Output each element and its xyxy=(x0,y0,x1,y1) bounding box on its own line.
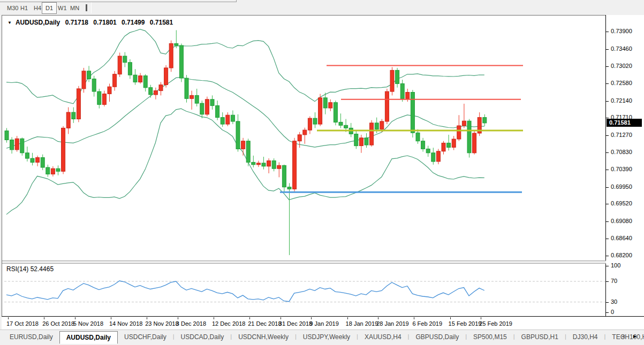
price-tick xyxy=(606,152,609,153)
tab-xauusd-h4[interactable]: XAUUSD,H4 xyxy=(358,331,408,344)
ohlc-high: 0.71801 xyxy=(93,19,116,26)
date-axis-label: 17 Oct 2018 xyxy=(6,320,39,327)
timeframe-button-h1[interactable]: H1 xyxy=(18,3,31,13)
rsi-axis-tick xyxy=(606,266,609,266)
date-tick xyxy=(481,317,481,319)
rsi-value: 52.4465 xyxy=(31,265,54,273)
price-axis-label: 0.73460 xyxy=(611,45,632,52)
tab-usdcnh-weekly[interactable]: USDCNH,Weekly xyxy=(232,331,295,344)
date-tick xyxy=(178,317,178,319)
price-axis-label: 0.70830 xyxy=(611,149,632,155)
rsi-chart-canvas[interactable] xyxy=(2,264,605,316)
price-tick xyxy=(606,83,609,84)
date-axis-label: 6 Feb 2019 xyxy=(412,320,442,327)
main-chart-canvas[interactable] xyxy=(2,16,605,260)
price-axis-label: 0.69950 xyxy=(611,183,632,190)
date-axis-label: 9 Jan 2019 xyxy=(309,320,338,327)
price-axis-label: 0.73900 xyxy=(611,28,632,34)
price-tick xyxy=(606,101,609,102)
date-axis-label: 18 Jan 2019 xyxy=(346,320,378,327)
date-tick xyxy=(75,317,75,319)
price-axis-label: 0.72580 xyxy=(611,80,632,86)
current-price-tag: 0.71581 xyxy=(607,119,642,127)
symbol-tab-bar: EURUSD,DailyAUDUSD,DailyUSDCHF,Daily|USD… xyxy=(0,329,644,345)
price-axis-label: 0.69080 xyxy=(611,218,632,224)
ohlc-open: 0.71718 xyxy=(65,19,88,26)
axis-divider-line xyxy=(2,316,644,317)
timeframe-button-d1[interactable]: D1 xyxy=(42,2,57,14)
date-axis-label: 14 Nov 2018 xyxy=(109,320,142,327)
date-axis-label: 28 Jan 2019 xyxy=(376,320,409,327)
date-tick xyxy=(147,317,147,319)
candles-group xyxy=(5,30,487,255)
price-axis-label: 0.68200 xyxy=(611,252,632,258)
date-tick xyxy=(281,317,281,319)
price-tick xyxy=(606,256,609,256)
date-tick xyxy=(111,317,111,319)
rsi-line xyxy=(6,281,484,302)
price-tick xyxy=(606,221,609,222)
chart-title-row: ▼AUDUSD,Daily 0.71718 0.71801 0.71499 0.… xyxy=(7,19,173,26)
rsi-indicator-label: RSI(14) 52.4465 xyxy=(6,265,54,273)
rsi-axis-tick xyxy=(606,281,609,282)
symbol-tabs: EURUSD,DailyAUDUSD,DailyUSDCHF,Daily|USD… xyxy=(3,331,644,344)
rsi-axis-tick xyxy=(606,302,609,303)
symbol-dropdown-icon[interactable]: ▼ xyxy=(7,20,12,25)
date-axis-label: 12 Dec 2018 xyxy=(212,320,245,327)
date-axis[interactable]: 17 Oct 201826 Oct 20185 Nov 201814 Nov 2… xyxy=(2,317,644,329)
date-axis-label: 31 Dec 2018 xyxy=(279,320,312,327)
date-tick xyxy=(414,317,414,319)
rsi-axis-label: 0 xyxy=(611,309,614,315)
timeframe-button-mn[interactable]: MN xyxy=(67,3,82,13)
date-axis-label: 3 Dec 2018 xyxy=(176,320,206,327)
date-axis-label: 26 Oct 2018 xyxy=(42,320,74,327)
price-tick xyxy=(606,239,609,239)
price-tick xyxy=(606,66,609,67)
price-tick xyxy=(606,187,609,188)
price-axis-label: 0.70390 xyxy=(611,166,632,172)
tab-dj30-h4[interactable]: DJ30,H4 xyxy=(566,331,604,344)
price-tick xyxy=(606,204,609,204)
date-tick xyxy=(8,317,9,319)
tab-scroll-left-icon[interactable]: ◄ xyxy=(620,333,626,339)
tab-scroll-right-icon[interactable]: ► xyxy=(632,333,638,339)
date-axis-label: 23 Nov 2018 xyxy=(145,320,178,327)
tab-audusd-daily[interactable]: AUDUSD,Daily xyxy=(59,331,118,344)
tab-gbpusd-daily[interactable]: GBPUSD,Daily xyxy=(409,331,465,344)
price-axis-label: 0.68640 xyxy=(611,235,632,241)
ohlc-close: 0.71581 xyxy=(150,19,173,26)
date-tick xyxy=(249,317,250,319)
date-axis-label: 25 Feb 2019 xyxy=(479,320,512,327)
tab-sp500-m15[interactable]: SP500,M15 xyxy=(467,331,513,344)
chart-symbol-title: AUDUSD,Daily xyxy=(16,19,60,26)
date-tick xyxy=(44,317,44,319)
tab-usdjpy-weekly[interactable]: USDJPY,Weekly xyxy=(297,331,357,344)
tab-gbpusd-h1[interactable]: GBPUSD,H1 xyxy=(515,331,565,344)
tab-eurusd-daily[interactable]: EURUSD,Daily xyxy=(3,331,59,344)
price-tick xyxy=(606,49,609,50)
price-axis-label: 0.72140 xyxy=(611,97,632,104)
date-tick xyxy=(378,317,378,319)
chart-rsi-splitter[interactable] xyxy=(2,260,606,264)
mt4-window: M30H1H4D1W1MN ▼AUDUSD,Daily 0.71718 0.71… xyxy=(0,0,644,345)
toolbar-grip[interactable] xyxy=(86,4,87,11)
timeframe-toolbar: M30H1H4D1W1MN xyxy=(0,0,644,15)
price-tick xyxy=(606,118,609,118)
price-tick xyxy=(606,32,609,32)
rsi-axis-tick xyxy=(606,312,609,313)
price-axis[interactable]: 0.739000.734600.730200.725800.721400.717… xyxy=(605,15,644,317)
tab-usdcad-daily[interactable]: USDCAD,Daily xyxy=(175,331,231,344)
rsi-axis-label: 100 xyxy=(611,262,620,269)
toolbar-top-edge xyxy=(0,0,237,2)
ohlc-low: 0.71499 xyxy=(122,19,145,26)
date-axis-label: 15 Feb 2019 xyxy=(449,320,482,327)
price-tick xyxy=(606,170,609,170)
date-tick xyxy=(347,317,348,319)
price-axis-label: 0.71270 xyxy=(611,132,632,138)
tab-usdchf-daily[interactable]: USDCHF,Daily xyxy=(118,331,173,344)
date-tick xyxy=(450,317,451,319)
rsi-axis-label: 70 xyxy=(611,278,617,284)
toolbar-separator xyxy=(91,2,92,13)
date-tick xyxy=(311,317,312,319)
price-axis-label: 0.69520 xyxy=(611,200,632,206)
